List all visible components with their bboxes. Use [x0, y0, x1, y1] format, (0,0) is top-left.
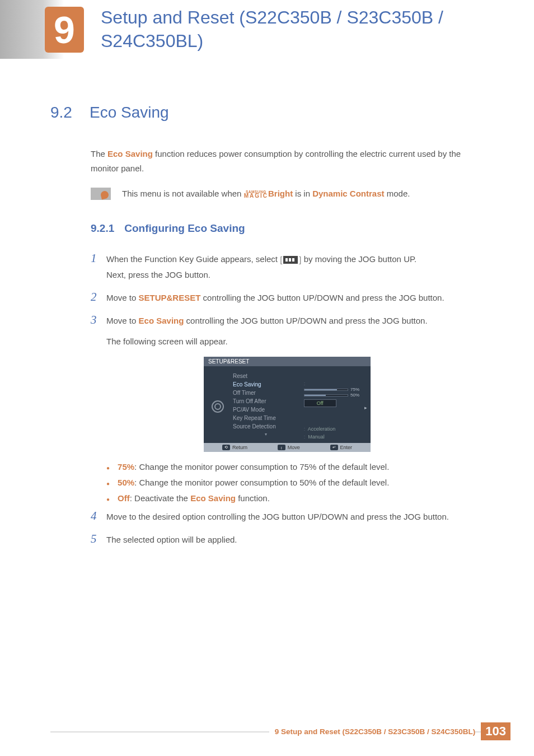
osd-val-source-detection: : Manual	[302, 433, 366, 441]
keyword-off: Off	[118, 493, 130, 503]
step-2: 2 Move to SETUP&RESET controlling the JO…	[91, 290, 484, 305]
osd-item-turn-off-after: Turn Off After	[231, 397, 302, 405]
bracket-right: ]	[299, 252, 301, 267]
step-text: When the Function Key Guide appears, sel…	[106, 251, 416, 283]
osd-footer-enter: ↵Enter	[330, 445, 353, 450]
step-text: Move to Eco Saving controlling the JOG b…	[106, 313, 428, 349]
options-bullet-list: ● 75%: Change the monitor power consumpt…	[106, 462, 484, 503]
keyword-dynamic-contrast: Dynamic Contrast	[312, 189, 384, 198]
bullet-off: ● Off: Deactivate the Eco Saving functio…	[106, 493, 484, 503]
subsection-heading: 9.2.1 Configuring Eco Saving	[91, 222, 484, 235]
text: : Change the monitor power consumption t…	[134, 462, 389, 472]
footer-chapter-label: 9 Setup and Reset (S22C350B / S23C350B /…	[269, 727, 476, 736]
osd-off-value: Off	[304, 399, 336, 407]
text: : Change the monitor power consumption t…	[134, 478, 389, 487]
step-text: Move to SETUP&RESET controlling the JOG …	[106, 290, 444, 305]
page-footer: 9 Setup and Reset (S22C350B / S23C350B /…	[0, 721, 534, 741]
osd-item-off-timer: Off Timer	[231, 389, 302, 397]
note-icon	[91, 188, 111, 200]
gear-icon	[212, 400, 224, 413]
text: mode.	[385, 189, 410, 198]
step-number: 2	[91, 290, 106, 304]
samsung-magic-logo: SAMSUNGMAGIC	[244, 191, 268, 198]
note-text: This menu is not available when SAMSUNGM…	[122, 186, 410, 201]
bar-label-75: 75%	[350, 387, 364, 392]
text: function.	[236, 493, 270, 503]
keyword-setup-reset: SETUP&RESET	[139, 293, 201, 302]
step-4: 4 Move to the desired option controlling…	[91, 509, 484, 524]
menu-key-icon: [ ]	[280, 252, 301, 267]
text: controlling the JOG button UP/DOWN and p…	[200, 293, 444, 302]
subsection-number: 9.2.1	[91, 222, 121, 235]
content-area: 9.2 Eco Saving The Eco Saving function r…	[0, 59, 534, 547]
text: is in	[293, 189, 312, 198]
step-number: 3	[91, 313, 106, 327]
chevron-right-icon: ▸	[364, 405, 367, 410]
step-number: 4	[91, 509, 106, 523]
keyword-eco-saving: Eco Saving	[107, 149, 153, 158]
text: This menu is not available when	[122, 189, 244, 198]
osd-body: Reset Eco Saving Off Timer Turn Off Afte…	[204, 366, 371, 443]
osd-item-key-repeat-time: Key Repeat Time	[231, 414, 302, 422]
keyword-eco-saving: Eco Saving	[190, 493, 236, 503]
step-number: 5	[91, 532, 106, 546]
keyword-75: 75%	[118, 462, 134, 472]
enter-key-icon: ↵	[330, 445, 338, 450]
step-text: Move to the desired option controlling t…	[106, 509, 449, 524]
osd-val-key-repeat: : Acceleration	[302, 425, 366, 433]
text: When the Function Key Guide appears, sel…	[106, 254, 280, 264]
text: Move to	[106, 293, 139, 302]
section-number: 9.2	[50, 104, 90, 122]
section-title: Eco Saving	[90, 104, 169, 122]
text: The	[91, 149, 107, 158]
text: The following screen will appear.	[106, 334, 228, 349]
osd-eco-bars: : 75% 50% Off	[302, 380, 366, 409]
chapter-title: Setup and Reset (S22C350B / S23C350B / S…	[101, 6, 534, 53]
text: Next, press the JOG button.	[106, 270, 210, 279]
osd-category-icon-panel	[208, 372, 227, 441]
bullet-dot-icon: ●	[106, 495, 110, 503]
osd-footer-move: ↕Move	[278, 445, 300, 450]
osd-item-reset: Reset	[231, 372, 302, 380]
text: controlling the JOG button UP/DOWN and p…	[184, 316, 427, 325]
page-number: 103	[481, 722, 510, 740]
step-5: 5 The selected option will be applied.	[91, 532, 484, 547]
return-key-icon: ⟲	[222, 445, 230, 450]
osd-title: SETUP&RESET	[204, 357, 371, 366]
chapter-number-badge: 9	[45, 7, 84, 53]
bullet-50: ● 50%: Change the monitor power consumpt…	[106, 478, 484, 488]
page-header: 9 Setup and Reset (S22C350B / S23C350B /…	[0, 0, 534, 59]
osd-footer: ⟲Return ↕Move ↵Enter	[204, 443, 371, 452]
keyword-eco-saving: Eco Saving	[139, 316, 184, 325]
osd-values: : 75% 50% Off : Acceleration : Manual	[302, 372, 366, 441]
keyword-bright: Bright	[268, 189, 293, 198]
bracket-left: [	[280, 252, 282, 267]
note-callout: This menu is not available when SAMSUNGM…	[91, 186, 484, 201]
step-text: The selected option will be applied.	[106, 532, 237, 547]
osd-item-pcav-mode: PC/AV Mode	[231, 405, 302, 414]
osd-item-eco-saving: Eco Saving	[231, 380, 302, 389]
osd-item-source-detection: Source Detection	[231, 422, 302, 431]
move-key-icon: ↕	[278, 445, 285, 450]
intro-paragraph: The Eco Saving function reduces power co…	[91, 147, 484, 175]
bar-label-50: 50%	[350, 393, 364, 398]
text: by moving the JOG button UP.	[304, 254, 417, 264]
step-number: 1	[91, 251, 106, 265]
menu-icon	[283, 256, 298, 264]
step-3: 3 Move to Eco Saving controlling the JOG…	[91, 313, 484, 349]
bullet-75: ● 75%: Change the monitor power consumpt…	[106, 462, 484, 472]
bullet-dot-icon: ●	[106, 464, 110, 472]
osd-menu-list: Reset Eco Saving Off Timer Turn Off Afte…	[231, 372, 302, 441]
osd-footer-return: ⟲Return	[222, 445, 247, 450]
section-heading: 9.2 Eco Saving	[50, 104, 484, 122]
subsection-title: Configuring Eco Saving	[124, 222, 245, 234]
keyword-50: 50%	[118, 478, 134, 487]
text: : Deactivate the	[130, 493, 190, 503]
step-1: 1 When the Function Key Guide appears, s…	[91, 251, 484, 283]
logo-bottom: MAGIC	[244, 194, 268, 198]
chevron-down-icon: ▾	[231, 432, 302, 437]
text: Move to	[106, 316, 139, 325]
osd-screenshot: SETUP&RESET Reset Eco Saving Off Timer T…	[204, 357, 371, 452]
bullet-dot-icon: ●	[106, 479, 110, 488]
